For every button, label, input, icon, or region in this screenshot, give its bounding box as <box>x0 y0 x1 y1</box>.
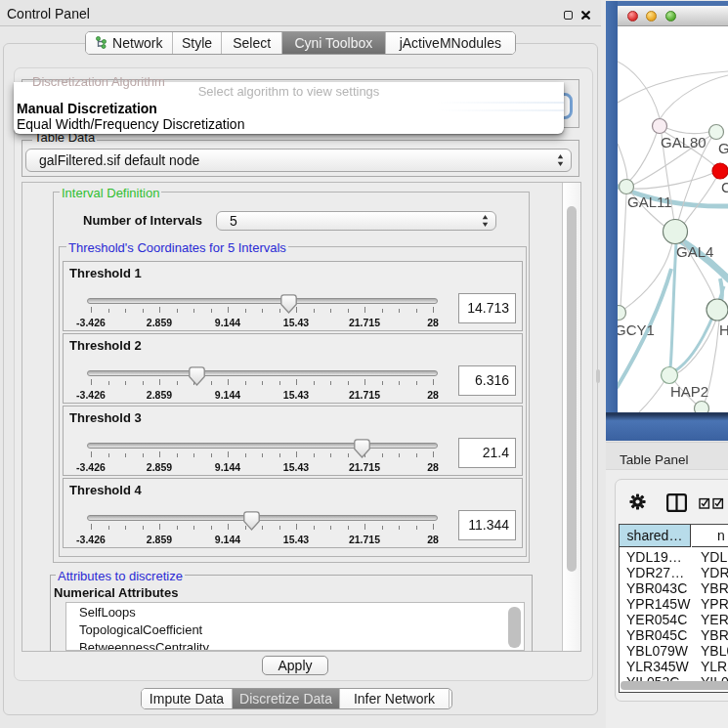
svg-text:GAL80: GAL80 <box>661 134 707 150</box>
svg-text:HAP2: HAP2 <box>670 383 708 400</box>
svg-text:GA: GA <box>718 140 728 156</box>
svg-text:H: H <box>719 321 728 338</box>
svg-text:GAL11: GAL11 <box>627 193 672 210</box>
svg-text:C: C <box>721 179 728 195</box>
svg-text:GCY1: GCY1 <box>618 321 655 338</box>
svg-text:GAL4: GAL4 <box>676 243 713 260</box>
